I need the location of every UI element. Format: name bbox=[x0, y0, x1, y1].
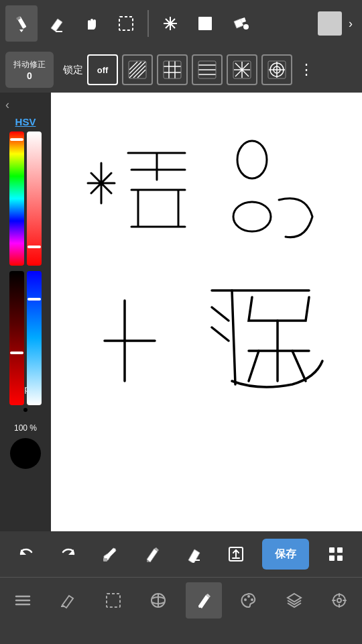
color-swatch[interactable] bbox=[10, 438, 41, 469]
grid-circle-button[interactable] bbox=[261, 54, 292, 85]
grid-off-label: off bbox=[97, 65, 109, 75]
main-area: ‹ HSV 5 px 100 % bbox=[0, 93, 362, 531]
grid-horizontal-button[interactable] bbox=[192, 54, 223, 85]
eyedropper-button[interactable] bbox=[95, 539, 125, 570]
pencil-tool[interactable] bbox=[5, 5, 38, 42]
svg-point-53 bbox=[337, 598, 341, 602]
stabilizer-button[interactable]: 抖动修正 0 bbox=[5, 52, 54, 88]
svg-marker-1 bbox=[19, 30, 23, 32]
svg-line-10 bbox=[137, 70, 145, 78]
bottom-toolbar: 保存 bbox=[0, 531, 362, 577]
canvas-area[interactable] bbox=[51, 93, 362, 531]
nav-layers-button[interactable] bbox=[276, 582, 312, 619]
blue-track[interactable] bbox=[27, 271, 42, 405]
svg-point-50 bbox=[247, 595, 250, 598]
nav-edit-button[interactable] bbox=[50, 582, 86, 619]
grid-radial-button[interactable] bbox=[227, 54, 257, 85]
svg-point-51 bbox=[251, 598, 253, 601]
drawing-strokes bbox=[51, 93, 362, 531]
color-sliders-top bbox=[9, 131, 42, 266]
grid-off-button[interactable]: off bbox=[87, 54, 118, 85]
transform-tool[interactable] bbox=[154, 5, 186, 42]
svg-rect-38 bbox=[329, 547, 335, 553]
opacity-label: 100 % bbox=[14, 423, 37, 433]
hand-tool[interactable] bbox=[75, 5, 107, 42]
nav-palette-button[interactable] bbox=[231, 582, 267, 619]
export-button[interactable] bbox=[221, 539, 251, 570]
pencil-small-button[interactable] bbox=[137, 539, 168, 570]
collapse-panel-button[interactable]: ‹ bbox=[0, 98, 9, 112]
grid-diagonal-button[interactable] bbox=[122, 54, 153, 85]
eraser-small-button[interactable] bbox=[178, 539, 209, 570]
svg-point-48 bbox=[198, 605, 201, 608]
svg-point-49 bbox=[244, 598, 247, 601]
color-sliders-bottom bbox=[9, 271, 42, 378]
svg-rect-40 bbox=[329, 555, 335, 561]
nav-settings-button[interactable] bbox=[321, 582, 357, 619]
toolbar-divider bbox=[147, 10, 149, 37]
brush-dot bbox=[23, 408, 27, 412]
select-tool[interactable] bbox=[110, 5, 142, 42]
nav-menu-button[interactable] bbox=[5, 582, 41, 619]
save-button[interactable]: 保存 bbox=[262, 539, 309, 570]
fill-bucket-tool[interactable] bbox=[224, 5, 256, 42]
fill-rect-tool[interactable] bbox=[189, 5, 221, 42]
nav-transform-button[interactable] bbox=[140, 582, 176, 619]
top-toolbar: › bbox=[0, 0, 362, 47]
undo-button[interactable] bbox=[11, 539, 42, 570]
svg-point-33 bbox=[233, 202, 271, 231]
svg-rect-5 bbox=[198, 17, 212, 30]
svg-line-7 bbox=[129, 62, 145, 78]
svg-rect-36 bbox=[103, 558, 107, 561]
grid-menu-button[interactable] bbox=[320, 539, 351, 570]
expand-arrow[interactable]: › bbox=[345, 17, 357, 31]
hsv-mode-button[interactable]: HSV bbox=[15, 116, 36, 127]
left-panel: ‹ HSV 5 px 100 % bbox=[0, 93, 51, 531]
nav-bar bbox=[0, 577, 362, 623]
hue-slider[interactable] bbox=[9, 131, 24, 266]
eraser-tool[interactable] bbox=[40, 5, 72, 42]
second-toolbar: 抖动修正 0 锁定 off bbox=[0, 47, 362, 93]
stabilizer-label: 抖动修正 bbox=[13, 59, 46, 70]
svg-rect-45 bbox=[107, 594, 120, 607]
redo-button[interactable] bbox=[53, 539, 84, 570]
lock-label: 锁定 bbox=[63, 64, 83, 76]
nav-selection-button[interactable] bbox=[95, 582, 131, 619]
nav-brush-button[interactable] bbox=[186, 582, 222, 619]
svg-rect-39 bbox=[337, 547, 343, 553]
dark-track[interactable] bbox=[9, 271, 24, 405]
grid-square-button[interactable] bbox=[157, 54, 188, 85]
svg-point-4 bbox=[168, 21, 172, 25]
svg-point-32 bbox=[237, 141, 267, 178]
svg-rect-3 bbox=[119, 17, 133, 30]
stabilizer-value: 0 bbox=[27, 70, 32, 81]
svg-rect-41 bbox=[337, 555, 343, 561]
more-options-button[interactable]: ⋮ bbox=[299, 61, 314, 78]
svg-line-11 bbox=[129, 62, 137, 70]
saturation-slider[interactable] bbox=[27, 131, 42, 266]
svg-rect-17 bbox=[164, 61, 181, 78]
color-preview[interactable] bbox=[318, 11, 342, 36]
svg-point-6 bbox=[243, 24, 249, 30]
